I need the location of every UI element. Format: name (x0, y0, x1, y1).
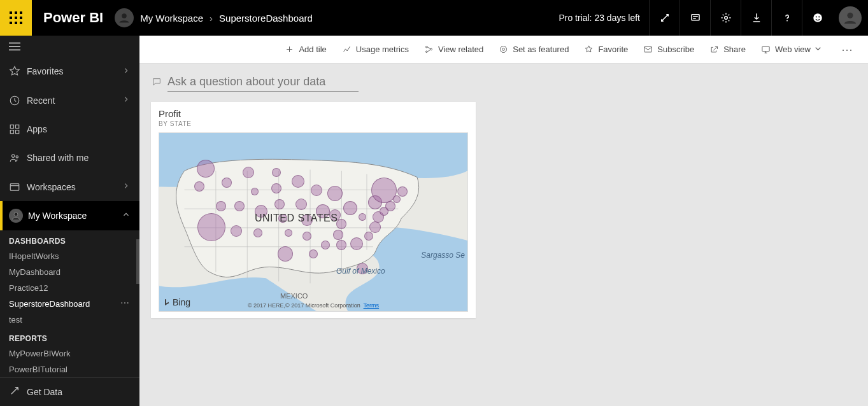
map-bubble[interactable] (292, 175, 304, 188)
map-bubble[interactable] (285, 229, 292, 237)
nav-recent[interactable]: Recent (0, 86, 139, 115)
favorite-button[interactable]: Favorite (576, 36, 636, 63)
nav-label: Favorites (27, 66, 64, 76)
fullscreen-button[interactable] (649, 0, 679, 36)
apps-icon (9, 123, 27, 135)
nav-get-data[interactable]: Get Data (0, 377, 139, 406)
map-bubble[interactable] (321, 241, 330, 249)
feedback-button[interactable] (802, 0, 832, 36)
map-bubble[interactable] (343, 201, 357, 215)
map-bubble[interactable] (194, 181, 204, 192)
notifications-button[interactable] (679, 0, 710, 36)
map-bubble[interactable] (274, 199, 285, 209)
nav-shared[interactable]: Shared with me (0, 144, 139, 172)
dashboard-body: Profit BY STATE (139, 64, 868, 406)
nav-dashboard-item[interactable]: Practice12 (0, 280, 139, 296)
nav-workspaces[interactable]: Workspaces (0, 172, 139, 201)
svg-rect-34 (644, 46, 651, 52)
breadcrumb-dashboard[interactable]: SuperstoreDashboard (219, 13, 313, 24)
map-bubble[interactable] (234, 201, 245, 211)
subscribe-button[interactable]: Subscribe (636, 36, 702, 63)
download-button[interactable] (741, 0, 771, 36)
map-bubble[interactable] (397, 186, 408, 197)
usage-metrics-button[interactable]: Usage metrics (334, 36, 416, 63)
map-bubble[interactable] (251, 188, 259, 195)
map-bubble[interactable] (302, 232, 311, 241)
map-bubble[interactable] (197, 160, 215, 178)
nav-apps[interactable]: Apps (0, 115, 139, 143)
tile-subtitle: BY STATE (159, 120, 468, 127)
chevron-up-icon (122, 210, 131, 221)
nav-dashboard-item[interactable]: MyDashboard (0, 264, 139, 280)
qna-input[interactable] (167, 73, 359, 92)
map-bubble[interactable] (231, 225, 242, 237)
add-tile-button[interactable]: Add tile (277, 36, 334, 63)
map-bubble[interactable] (393, 195, 401, 203)
nav-dashboard-item[interactable]: IHopeItWorks (0, 248, 139, 264)
map-bubble[interactable] (222, 178, 232, 188)
tb-label: Usage metrics (356, 45, 409, 54)
map-bubble[interactable] (327, 186, 343, 201)
map-bubble[interactable] (380, 207, 388, 216)
svg-point-25 (12, 155, 15, 158)
settings-button[interactable] (710, 0, 741, 36)
tile-profit-map[interactable]: Profit BY STATE (151, 102, 476, 318)
user-avatar-button[interactable] (832, 0, 868, 36)
nav-dashboard-item[interactable]: test (0, 312, 139, 328)
breadcrumb-workspace[interactable]: My Workspace (140, 13, 203, 24)
web-view-button[interactable]: Web view (753, 36, 835, 63)
svg-rect-3 (10, 17, 12, 19)
svg-point-15 (818, 17, 820, 18)
svg-rect-0 (10, 11, 12, 14)
map-bubble[interactable] (364, 232, 373, 241)
nav-collapse-button[interactable] (0, 36, 139, 57)
set-featured-button[interactable]: Set as featured (491, 36, 576, 63)
nav-scrollbar[interactable] (136, 239, 139, 284)
app-launcher-button[interactable] (0, 0, 32, 36)
map-bubble[interactable] (271, 183, 281, 193)
map-visual[interactable]: UNITED STATES MEXICO Gulf of Mexico Sarg… (159, 132, 468, 312)
map-bubble[interactable] (311, 185, 322, 196)
svg-rect-23 (10, 130, 13, 133)
share-button[interactable]: Share (702, 36, 753, 63)
brand-label: Power BI (32, 0, 115, 36)
nav-label: Workspaces (27, 182, 76, 192)
map-bubble[interactable] (243, 167, 254, 178)
svg-point-11 (724, 17, 727, 20)
nav-report-item[interactable]: PowerBITutorial (0, 361, 139, 377)
chevron-right-icon (122, 66, 131, 77)
map-bubble[interactable] (253, 228, 262, 237)
header-icon-bar (649, 0, 868, 36)
map-bubble[interactable] (197, 213, 225, 241)
map-bubble[interactable] (216, 201, 226, 211)
map-bubble[interactable] (295, 199, 307, 210)
map-bubble[interactable] (350, 237, 363, 250)
nav-my-workspace[interactable]: My Workspace (0, 201, 139, 230)
tb-label: Share (723, 45, 746, 54)
map-bubble[interactable] (272, 168, 281, 177)
get-data-icon (9, 385, 27, 398)
svg-point-9 (122, 13, 127, 18)
chat-icon (151, 77, 162, 87)
workspace-avatar-icon (115, 8, 134, 27)
svg-point-12 (786, 20, 788, 22)
map-bubble[interactable] (333, 230, 343, 240)
map-bubble[interactable] (359, 213, 366, 221)
help-button[interactable] (771, 0, 802, 36)
toolbar-more-button[interactable]: ⋯ (835, 43, 860, 57)
svg-rect-10 (692, 15, 699, 20)
nav-favorites[interactable]: Favorites (0, 57, 139, 86)
tb-label: Subscribe (657, 45, 694, 54)
nav-section-reports: REPORTS (0, 328, 139, 346)
main-pane: Add tile Usage metrics View related Set … (139, 36, 868, 406)
svg-point-16 (847, 13, 853, 18)
map-bubble[interactable] (278, 246, 293, 262)
map-bubble[interactable] (369, 221, 381, 233)
nav-report-item[interactable]: MyPowerBIWork (0, 346, 139, 361)
map-bubble[interactable] (309, 249, 318, 258)
nav-dashboard-item[interactable]: SuperstoreDashboard (0, 296, 139, 312)
qna-bar (151, 73, 857, 92)
map-bubble[interactable] (336, 240, 346, 250)
map-terms-link[interactable]: Terms (364, 302, 380, 309)
view-related-button[interactable]: View related (416, 36, 491, 63)
